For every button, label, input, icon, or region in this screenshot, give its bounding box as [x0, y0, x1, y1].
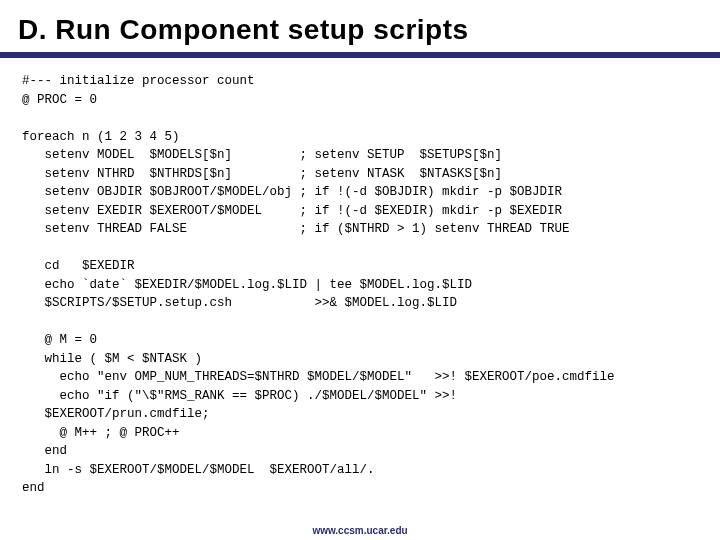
footer-url: www.ccsm.ucar.edu	[0, 525, 720, 536]
slide-title: D. Run Component setup scripts	[0, 0, 720, 50]
code-block: #--- initialize processor count @ PROC =…	[0, 58, 720, 498]
